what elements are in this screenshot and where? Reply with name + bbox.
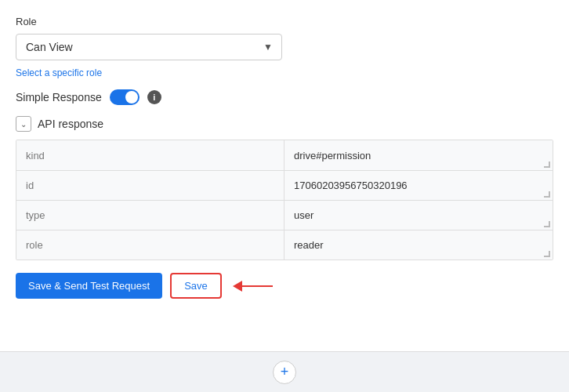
info-icon[interactable]: i	[147, 90, 161, 104]
field-value: reader	[284, 230, 553, 260]
plus-icon: +	[281, 364, 289, 380]
bottom-bar: +	[0, 351, 569, 392]
table-row: id17060203956750320196	[16, 170, 553, 200]
table-row: kinddrive#permission	[16, 140, 553, 170]
field-key: role	[16, 230, 284, 260]
select-role-link[interactable]: Select a specific role	[16, 67, 102, 78]
field-key: id	[16, 170, 284, 200]
arrow-line	[241, 285, 273, 287]
save-send-button[interactable]: Save & Send Test Request	[16, 273, 162, 299]
role-dropdown[interactable]: Can View Can Edit Can Comment Owner	[16, 34, 282, 60]
simple-response-row: Simple Response i	[16, 89, 553, 105]
arrow-indicator	[233, 281, 273, 292]
field-value: user	[284, 200, 553, 230]
field-value: 17060203956750320196	[284, 170, 553, 200]
resize-handle-icon	[544, 191, 550, 198]
resize-handle-icon	[544, 221, 550, 227]
resize-handle-icon	[544, 162, 550, 168]
main-panel: Role Can View Can Edit Can Comment Owner…	[0, 0, 569, 351]
simple-response-toggle[interactable]	[110, 89, 140, 105]
table-row: typeuser	[16, 200, 553, 230]
api-response-header[interactable]: ⌄ API response	[16, 116, 553, 132]
role-dropdown-wrapper: Can View Can Edit Can Comment Owner ▼	[16, 34, 282, 60]
api-response-fields: kinddrive#permissionid170602039567503201…	[16, 140, 553, 260]
api-response-section: ⌄ API response kinddrive#permissionid170…	[16, 116, 553, 260]
table-row: rolereader	[16, 230, 553, 260]
role-label: Role	[16, 16, 553, 27]
field-value: drive#permission	[284, 140, 553, 170]
save-button[interactable]: Save	[170, 273, 222, 299]
field-key: type	[16, 200, 284, 230]
chevron-down-icon: ⌄	[16, 116, 31, 132]
api-response-label: API response	[38, 118, 103, 130]
actions-row: Save & Send Test Request Save	[16, 273, 553, 299]
add-button[interactable]: +	[273, 361, 296, 384]
resize-handle-icon	[544, 251, 550, 257]
field-key: kind	[16, 140, 284, 170]
simple-response-label: Simple Response	[16, 91, 102, 103]
